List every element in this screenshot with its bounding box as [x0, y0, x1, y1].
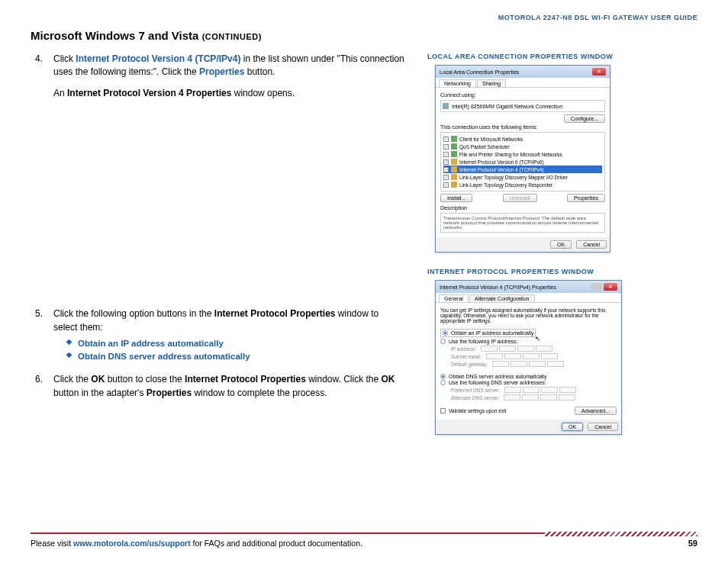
- radio-static-ip[interactable]: [440, 339, 446, 344]
- checkbox-icon[interactable]: ✓: [443, 167, 449, 172]
- dns2-label: Alternate DNS server:: [451, 395, 499, 401]
- list-item[interactable]: Link-Layer Topology Discovery Responder: [459, 182, 552, 188]
- component-icon: [451, 136, 457, 142]
- help-icon[interactable]: [591, 283, 602, 291]
- support-link[interactable]: www.motorola.com/us/support: [73, 539, 191, 548]
- titlebar[interactable]: Internet Protocol Version 4 (TCP/IPv4) P…: [436, 281, 621, 293]
- subnet-input: [486, 353, 558, 359]
- text: Please visit: [31, 539, 73, 548]
- radio-label: Use the following IP address:: [449, 339, 518, 344]
- option-list: Obtain an IP address automatically Obtai…: [53, 337, 404, 362]
- page: MOTOROLA 2247-N8 DSL WI-FI GATEWAY USER …: [0, 0, 728, 450]
- text: window to complete the process.: [192, 388, 327, 398]
- install-button[interactable]: Install...: [440, 194, 472, 202]
- component-icon: [451, 159, 457, 165]
- option-obtain-dns: Obtain DNS server address automatically: [66, 350, 404, 363]
- dns1-label: Preferred DNS server:: [451, 388, 500, 393]
- text: Internet Protocol Version 4 Properties: [67, 88, 231, 98]
- checkbox-icon[interactable]: ✓: [443, 144, 449, 150]
- list-item[interactable]: QoS Packet Scheduler: [459, 144, 510, 150]
- page-title: Microsoft Windows 7 and Vista (CONTINUED…: [31, 29, 697, 42]
- component-icon: [451, 174, 457, 180]
- nic-icon: [443, 103, 449, 109]
- checkbox-icon[interactable]: ✓: [443, 159, 449, 165]
- text: Click: [53, 53, 76, 64]
- gateway-input: [492, 361, 564, 367]
- text: for FAQs and additional product document…: [191, 539, 362, 548]
- items-listbox[interactable]: ✓Client for Microsoft Networks ✓QoS Pack…: [440, 132, 605, 191]
- tab-alternate[interactable]: Alternate Configuration: [469, 294, 535, 302]
- radio-auto-dns[interactable]: [440, 374, 446, 379]
- step-4-sub: An Internet Protocol Version 4 Propertie…: [53, 87, 404, 100]
- text: Properties: [147, 388, 192, 398]
- lan-properties-dialog: Local Area Connection Properties ✕ Netwo…: [435, 65, 610, 253]
- text: Click the: [53, 374, 91, 384]
- dns1-input: [504, 387, 576, 393]
- checkbox-icon[interactable]: ✓: [443, 182, 449, 188]
- title-main: Microsoft Windows 7 and Vista: [31, 29, 198, 42]
- gateway-label: Default gateway:: [451, 362, 488, 367]
- doc-header: MOTOROLA 2247-N8 DSL WI-FI GATEWAY USER …: [31, 14, 697, 21]
- step-5: Click the following option buttons in th…: [31, 307, 404, 362]
- list-item[interactable]: Client for Microsoft Networks: [459, 137, 523, 142]
- ok-button[interactable]: OK: [562, 423, 583, 431]
- close-icon[interactable]: ✕: [592, 68, 606, 76]
- text: button.: [244, 66, 275, 77]
- tab-general[interactable]: General: [439, 294, 469, 302]
- tab-networking[interactable]: Networking: [439, 79, 476, 87]
- text: window. Click the: [306, 374, 382, 384]
- dns2-input: [504, 394, 575, 401]
- properties-button[interactable]: Properties: [567, 194, 605, 202]
- radio-label: Obtain an IP address automatically: [451, 330, 533, 336]
- component-icon: [451, 151, 457, 157]
- list-item[interactable]: Link-Layer Topology Discovery Mapper I/O…: [459, 175, 568, 180]
- step-6: Click the OK button to close the Interne…: [31, 373, 404, 400]
- items-label: This connection uses the following items…: [440, 124, 605, 130]
- description-label: Description: [440, 205, 605, 211]
- ok-button[interactable]: OK: [550, 240, 572, 249]
- list-item-ipv4[interactable]: Internet Protocol Version 4 (TCP/IPv4): [459, 167, 544, 172]
- configure-button[interactable]: Configure...: [564, 114, 605, 123]
- title-continued: (CONTINUED): [202, 32, 262, 41]
- list-item[interactable]: File and Printer Sharing for Microsoft N…: [459, 152, 562, 157]
- text: OK: [382, 374, 395, 384]
- fig1-caption: LOCAL AREA CONNECTION PROPERTIES WINDOW: [427, 53, 697, 60]
- advanced-button[interactable]: Advanced...: [575, 407, 617, 415]
- description-text: Transmission Control Protocol/Internet P…: [440, 213, 605, 233]
- dialog-title: Local Area Connection Properties: [440, 69, 519, 75]
- cancel-button[interactable]: Cancel: [588, 423, 618, 431]
- text: button to close the: [105, 374, 185, 384]
- validate-checkbox[interactable]: [440, 408, 446, 413]
- intro-text: You can get IP settings assigned automat…: [440, 307, 617, 323]
- close-icon[interactable]: ✕: [604, 283, 617, 291]
- adapter-name: Intel(R) 82566MM Gigabit Network Connect…: [452, 104, 562, 109]
- text: OK: [91, 374, 105, 384]
- tab-sharing[interactable]: Sharing: [477, 79, 506, 87]
- component-icon: [451, 166, 457, 172]
- ip-properties-dialog: Internet Protocol Version 4 (TCP/IPv4) P…: [435, 280, 622, 435]
- ipv4-link: Internet Protocol Version 4 (TCP/IPv4): [76, 53, 240, 64]
- radio-auto-ip[interactable]: [443, 330, 448, 336]
- page-number: 59: [688, 539, 697, 548]
- radio-label: Obtain DNS server address automatically: [449, 374, 546, 379]
- cancel-button[interactable]: Cancel: [576, 240, 607, 249]
- radio-static-dns[interactable]: [440, 380, 446, 385]
- checkbox-icon[interactable]: ✓: [443, 152, 449, 157]
- text: button in the adapter's: [53, 388, 147, 398]
- titlebar[interactable]: Local Area Connection Properties ✕: [436, 66, 610, 78]
- footer-text: Please visit www.motorola.com/us/support…: [31, 539, 362, 548]
- list-item[interactable]: Internet Protocol Version 6 (TCP/IPv6): [459, 159, 544, 165]
- radio-label: Use the following DNS server addresses:: [449, 380, 546, 385]
- properties-link: Properties: [199, 66, 244, 77]
- checkbox-icon[interactable]: ✓: [443, 137, 449, 142]
- uninstall-button: Uninstall: [503, 194, 537, 202]
- checkbox-icon[interactable]: ✓: [443, 175, 449, 180]
- connect-using-label: Connect using:: [440, 92, 605, 98]
- step-4: Click Internet Protocol Version 4 (TCP/I…: [31, 53, 404, 100]
- text: Internet Protocol Properties: [214, 308, 336, 319]
- fig2-caption: INTERNET PROTOCOL PROPERTIES WINDOW: [427, 268, 697, 275]
- component-icon: [451, 143, 457, 150]
- page-footer: Please visit www.motorola.com/us/support…: [31, 532, 697, 548]
- instructions-column: Click Internet Protocol Version 4 (TCP/I…: [31, 53, 404, 450]
- subnet-label: Subnet mask:: [451, 354, 482, 359]
